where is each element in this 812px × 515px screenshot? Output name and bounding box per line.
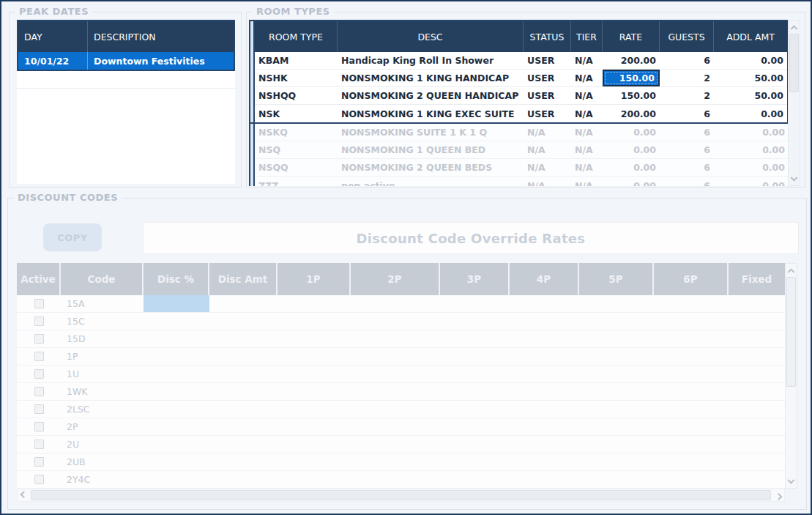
- discount-code-row[interactable]: 15D: [17, 330, 785, 348]
- room-rate-cell: 0.00: [603, 141, 660, 158]
- discount-code-row[interactable]: 2P: [17, 418, 785, 436]
- room-type-row[interactable]: NSKNONSMOKING 1 KING EXEC SUITEUSERN/A20…: [255, 105, 787, 122]
- room-status-cell[interactable]: USER: [524, 70, 571, 86]
- copy-button[interactable]: COPY: [43, 223, 102, 251]
- peak-date-row[interactable]: 10/01/22Downtown Festivities: [18, 52, 234, 70]
- discount-code-row[interactable]: 1WK: [17, 383, 785, 401]
- discount-value-cell: [510, 366, 579, 382]
- room-desc-cell[interactable]: NONSMOKING 1 KING HANDICAP: [338, 70, 524, 86]
- room-type-row[interactable]: NSHQQNONSMOKING 2 QUEEN HANDICAPUSERN/A1…: [255, 87, 787, 105]
- peak-dates-empty-row[interactable]: [17, 71, 235, 89]
- active-checkbox[interactable]: [34, 387, 44, 396]
- room-type-row: ZZZnon activeN/AN/A0.0060.00: [255, 177, 789, 186]
- room-tier-cell[interactable]: N/A: [571, 105, 603, 122]
- room-guests-cell[interactable]: 2: [660, 70, 714, 86]
- room-types-grid: ROOM TYPEDESCSTATUSTIERRATEGUESTSADDL AM…: [249, 20, 789, 186]
- room-addl-amt-cell[interactable]: 50.00: [714, 87, 787, 104]
- disc-pct-cell-selected[interactable]: [144, 295, 209, 312]
- room-type-row[interactable]: NSHKNONSMOKING 1 KING HANDICAPUSERN/A150…: [255, 70, 787, 87]
- room-rate-cell[interactable]: 200.00: [603, 52, 660, 69]
- active-checkbox[interactable]: [34, 440, 44, 449]
- active-checkbox[interactable]: [34, 404, 44, 414]
- scrollbar-thumb[interactable]: [789, 34, 799, 92]
- scrollbar-thumb[interactable]: [786, 277, 796, 387]
- discount-code-row[interactable]: 1U: [17, 366, 785, 383]
- room-status-cell: N/A: [524, 159, 571, 176]
- room-guests-cell[interactable]: 6: [660, 52, 714, 69]
- room-types-active-region: ROOM TYPEDESCSTATUSTIERRATEGUESTSADDL AM…: [249, 20, 789, 124]
- scroll-left-button[interactable]: [18, 489, 29, 501]
- discount-code-cell: 2LSC: [61, 401, 144, 418]
- room-types-scrollbar[interactable]: [788, 20, 800, 186]
- room-tier-cell[interactable]: N/A: [571, 87, 603, 104]
- discount-value-cell: [729, 366, 785, 382]
- room-room-type-cell: NSKQ: [255, 124, 338, 141]
- room-status-cell[interactable]: USER: [524, 105, 571, 122]
- active-checkbox[interactable]: [34, 299, 44, 308]
- discount-code-row[interactable]: 2UB: [17, 453, 785, 471]
- discount-value-cell: [144, 330, 209, 347]
- discount-code-cell: 1U: [61, 366, 144, 382]
- scroll-up-button[interactable]: [789, 21, 800, 32]
- discount-code-row[interactable]: 1P: [17, 348, 785, 366]
- active-checkbox[interactable]: [34, 369, 44, 379]
- room-addl-amt-cell: 0.00: [714, 159, 789, 176]
- room-desc-cell[interactable]: NONSMOKING 2 QUEEN HANDICAP: [338, 87, 524, 104]
- peak-description-cell[interactable]: Downtown Festivities: [88, 56, 234, 67]
- discount-value-cell: [579, 313, 654, 330]
- active-checkbox[interactable]: [34, 457, 44, 467]
- discount-codes-vertical-scrollbar[interactable]: [785, 263, 797, 489]
- room-room-type-cell[interactable]: KBAM: [255, 52, 338, 69]
- scroll-down-button[interactable]: [786, 476, 797, 488]
- active-checkbox[interactable]: [34, 334, 44, 344]
- active-checkbox[interactable]: [34, 475, 44, 484]
- room-room-type-cell[interactable]: NSK: [255, 105, 338, 122]
- scroll-right-icon: [775, 492, 782, 500]
- room-guests-cell[interactable]: 2: [660, 87, 714, 104]
- room-status-cell[interactable]: USER: [524, 52, 571, 69]
- room-rate-cell-selected[interactable]: 150.00: [603, 70, 660, 86]
- scroll-up-button[interactable]: [786, 264, 797, 275]
- room-addl-amt-cell[interactable]: 0.00: [714, 52, 787, 69]
- discount-code-row[interactable]: 15A: [17, 295, 785, 313]
- scrollbar-thumb[interactable]: [31, 490, 771, 500]
- scroll-right-button[interactable]: [772, 489, 784, 501]
- peak-dates-header-row: DAYDESCRIPTION: [18, 21, 234, 52]
- room-rate-cell[interactable]: 200.00: [603, 105, 660, 122]
- room-tier-cell[interactable]: N/A: [571, 52, 603, 69]
- room-tier-cell[interactable]: N/A: [571, 70, 603, 86]
- room-room-type-cell[interactable]: NSHQQ: [255, 87, 338, 104]
- room-addl-amt-cell[interactable]: 50.00: [714, 70, 787, 86]
- discount-code-row[interactable]: 15C: [17, 313, 785, 330]
- discount-column-header: Code: [61, 263, 144, 295]
- discount-codes-grid: ActiveCodeDisc %Disc Amt1P2P3P4P5P6PFixe…: [17, 263, 797, 502]
- active-checkbox-cell: [17, 330, 61, 347]
- active-checkbox[interactable]: [34, 422, 44, 431]
- room-rate-cell[interactable]: 150.00: [603, 87, 660, 104]
- room-status-cell[interactable]: USER: [524, 87, 571, 104]
- discount-codes-horizontal-scrollbar[interactable]: [17, 489, 785, 502]
- active-checkbox[interactable]: [34, 316, 44, 326]
- peak-day-cell[interactable]: 10/01/22: [18, 52, 88, 70]
- room-addl-amt-cell[interactable]: 0.00: [714, 105, 787, 122]
- discount-code-row[interactable]: 2Y4C: [17, 471, 785, 489]
- record-selector-strip: [249, 124, 255, 186]
- room-type-row[interactable]: KBAMHandicap King Roll In ShowerUSERN/A2…: [255, 52, 787, 70]
- room-desc-cell[interactable]: Handicap King Roll In Shower: [338, 52, 524, 69]
- active-checkbox-cell: [17, 366, 61, 382]
- discount-value-cell: [579, 330, 654, 347]
- discount-code-row[interactable]: 2LSC: [17, 401, 785, 418]
- discount-value-cell: [351, 401, 440, 418]
- active-checkbox-cell: [17, 401, 61, 418]
- room-tier-cell: N/A: [571, 141, 603, 158]
- room-desc-cell[interactable]: NONSMOKING 1 KING EXEC SUITE: [338, 105, 524, 122]
- discount-value-cell: [278, 436, 351, 453]
- scroll-down-button[interactable]: [789, 174, 800, 185]
- room-guests-cell[interactable]: 6: [660, 105, 714, 122]
- discount-column-header: 1P: [278, 263, 351, 295]
- peak-dates-legend: PEAK DATES: [15, 6, 92, 17]
- active-checkbox[interactable]: [34, 352, 44, 361]
- discount-code-row[interactable]: 2U: [17, 436, 785, 453]
- room-room-type-cell[interactable]: NSHK: [255, 70, 338, 86]
- discount-value-cell: [144, 471, 209, 488]
